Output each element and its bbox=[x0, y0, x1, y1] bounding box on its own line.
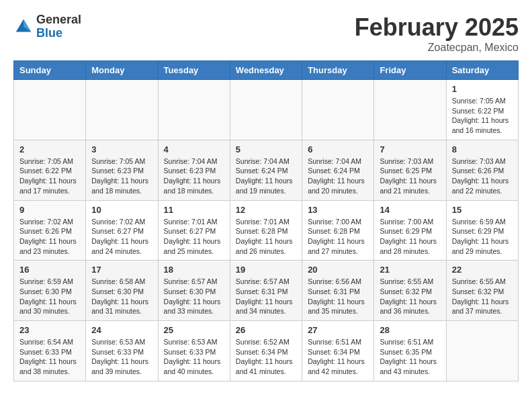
day-number: 1 bbox=[452, 84, 513, 94]
day-number: 24 bbox=[91, 325, 152, 335]
logo-text: General Blue bbox=[36, 13, 81, 40]
calendar-cell: 2Sunrise: 7:05 AM Sunset: 6:22 PM Daylig… bbox=[14, 140, 86, 200]
day-info: Sunrise: 6:54 AM Sunset: 6:33 PM Dayligh… bbox=[19, 337, 80, 377]
day-number: 15 bbox=[452, 205, 513, 215]
weekday-header-monday: Monday bbox=[86, 61, 158, 80]
logo-blue: Blue bbox=[36, 27, 81, 40]
calendar-week-row: 9Sunrise: 7:02 AM Sunset: 6:26 PM Daylig… bbox=[14, 200, 519, 261]
logo: General Blue bbox=[13, 13, 81, 40]
weekday-header-sunday: Sunday bbox=[14, 61, 86, 80]
calendar-week-row: 23Sunrise: 6:54 AM Sunset: 6:33 PM Dayli… bbox=[14, 321, 519, 381]
day-number: 21 bbox=[380, 265, 440, 275]
calendar-cell: 7Sunrise: 7:03 AM Sunset: 6:25 PM Daylig… bbox=[374, 140, 446, 200]
day-info: Sunrise: 6:51 AM Sunset: 6:35 PM Dayligh… bbox=[380, 337, 440, 377]
calendar-cell: 14Sunrise: 7:00 AM Sunset: 6:29 PM Dayli… bbox=[374, 200, 446, 261]
day-info: Sunrise: 7:03 AM Sunset: 6:26 PM Dayligh… bbox=[452, 156, 513, 196]
day-info: Sunrise: 6:55 AM Sunset: 6:32 PM Dayligh… bbox=[452, 277, 513, 316]
day-info: Sunrise: 6:57 AM Sunset: 6:31 PM Dayligh… bbox=[236, 277, 296, 316]
calendar-cell bbox=[230, 80, 302, 140]
day-info: Sunrise: 7:05 AM Sunset: 6:22 PM Dayligh… bbox=[19, 156, 80, 196]
day-info: Sunrise: 6:58 AM Sunset: 6:30 PM Dayligh… bbox=[91, 277, 152, 316]
day-info: Sunrise: 6:57 AM Sunset: 6:30 PM Dayligh… bbox=[164, 277, 224, 316]
weekday-header-wednesday: Wednesday bbox=[230, 61, 302, 80]
calendar-week-row: 1Sunrise: 7:05 AM Sunset: 6:22 PM Daylig… bbox=[14, 80, 519, 140]
day-info: Sunrise: 6:53 AM Sunset: 6:33 PM Dayligh… bbox=[91, 337, 152, 377]
calendar-cell: 8Sunrise: 7:03 AM Sunset: 6:26 PM Daylig… bbox=[446, 140, 518, 200]
day-info: Sunrise: 7:00 AM Sunset: 6:28 PM Dayligh… bbox=[308, 217, 368, 257]
calendar-cell: 18Sunrise: 6:57 AM Sunset: 6:30 PM Dayli… bbox=[158, 261, 230, 321]
logo-general: General bbox=[36, 13, 81, 27]
day-number: 13 bbox=[308, 205, 368, 215]
calendar-week-row: 16Sunrise: 6:59 AM Sunset: 6:30 PM Dayli… bbox=[14, 261, 519, 321]
day-number: 26 bbox=[236, 325, 296, 335]
day-info: Sunrise: 7:02 AM Sunset: 6:27 PM Dayligh… bbox=[91, 217, 152, 257]
calendar-cell: 26Sunrise: 6:52 AM Sunset: 6:34 PM Dayli… bbox=[230, 321, 302, 381]
day-number: 5 bbox=[236, 144, 296, 154]
title-section: February 2025 Zoatecpan, Mexico bbox=[355, 13, 519, 54]
calendar-cell: 21Sunrise: 6:55 AM Sunset: 6:32 PM Dayli… bbox=[374, 261, 446, 321]
calendar-cell bbox=[14, 80, 86, 140]
day-number: 6 bbox=[308, 144, 368, 154]
day-info: Sunrise: 7:05 AM Sunset: 6:22 PM Dayligh… bbox=[452, 96, 513, 136]
page-header: General Blue February 2025 Zoatecpan, Me… bbox=[13, 13, 519, 54]
calendar-cell: 1Sunrise: 7:05 AM Sunset: 6:22 PM Daylig… bbox=[446, 80, 518, 140]
day-number: 7 bbox=[380, 144, 440, 154]
calendar-cell: 22Sunrise: 6:55 AM Sunset: 6:32 PM Dayli… bbox=[446, 261, 518, 321]
day-number: 23 bbox=[19, 325, 80, 335]
calendar-table: SundayMondayTuesdayWednesdayThursdayFrid… bbox=[13, 60, 519, 381]
weekday-header-friday: Friday bbox=[374, 61, 446, 80]
day-info: Sunrise: 7:05 AM Sunset: 6:23 PM Dayligh… bbox=[91, 156, 152, 196]
calendar-cell bbox=[374, 80, 446, 140]
calendar-cell: 6Sunrise: 7:04 AM Sunset: 6:24 PM Daylig… bbox=[302, 140, 374, 200]
calendar-cell: 12Sunrise: 7:01 AM Sunset: 6:28 PM Dayli… bbox=[230, 200, 302, 261]
day-info: Sunrise: 6:51 AM Sunset: 6:34 PM Dayligh… bbox=[308, 337, 368, 377]
day-info: Sunrise: 7:01 AM Sunset: 6:27 PM Dayligh… bbox=[164, 217, 224, 257]
day-number: 25 bbox=[164, 325, 224, 335]
day-info: Sunrise: 7:04 AM Sunset: 6:24 PM Dayligh… bbox=[236, 156, 296, 196]
weekday-header-thursday: Thursday bbox=[302, 61, 374, 80]
day-info: Sunrise: 7:04 AM Sunset: 6:23 PM Dayligh… bbox=[164, 156, 224, 196]
day-info: Sunrise: 7:00 AM Sunset: 6:29 PM Dayligh… bbox=[380, 217, 440, 257]
day-number: 8 bbox=[452, 144, 513, 154]
day-number: 10 bbox=[91, 205, 152, 215]
calendar-cell: 13Sunrise: 7:00 AM Sunset: 6:28 PM Dayli… bbox=[302, 200, 374, 261]
day-number: 20 bbox=[308, 265, 368, 275]
location-subtitle: Zoatecpan, Mexico bbox=[355, 42, 519, 54]
calendar-cell: 15Sunrise: 6:59 AM Sunset: 6:29 PM Dayli… bbox=[446, 200, 518, 261]
calendar-cell: 3Sunrise: 7:05 AM Sunset: 6:23 PM Daylig… bbox=[86, 140, 158, 200]
day-number: 9 bbox=[19, 205, 80, 215]
day-number: 11 bbox=[164, 205, 224, 215]
day-info: Sunrise: 6:52 AM Sunset: 6:34 PM Dayligh… bbox=[236, 337, 296, 377]
calendar-cell: 4Sunrise: 7:04 AM Sunset: 6:23 PM Daylig… bbox=[158, 140, 230, 200]
calendar-cell: 5Sunrise: 7:04 AM Sunset: 6:24 PM Daylig… bbox=[230, 140, 302, 200]
calendar-cell: 9Sunrise: 7:02 AM Sunset: 6:26 PM Daylig… bbox=[14, 200, 86, 261]
day-info: Sunrise: 6:53 AM Sunset: 6:33 PM Dayligh… bbox=[164, 337, 224, 377]
day-number: 18 bbox=[164, 265, 224, 275]
day-info: Sunrise: 7:02 AM Sunset: 6:26 PM Dayligh… bbox=[19, 217, 80, 257]
calendar-cell: 28Sunrise: 6:51 AM Sunset: 6:35 PM Dayli… bbox=[374, 321, 446, 381]
calendar-cell bbox=[158, 80, 230, 140]
day-number: 12 bbox=[236, 205, 296, 215]
day-number: 19 bbox=[236, 265, 296, 275]
day-info: Sunrise: 7:01 AM Sunset: 6:28 PM Dayligh… bbox=[236, 217, 296, 257]
calendar-header-row: SundayMondayTuesdayWednesdayThursdayFrid… bbox=[14, 61, 519, 80]
logo-icon bbox=[13, 17, 34, 37]
day-number: 27 bbox=[308, 325, 368, 335]
day-number: 16 bbox=[19, 265, 80, 275]
day-info: Sunrise: 7:04 AM Sunset: 6:24 PM Dayligh… bbox=[308, 156, 368, 196]
calendar-cell: 16Sunrise: 6:59 AM Sunset: 6:30 PM Dayli… bbox=[14, 261, 86, 321]
calendar-cell: 10Sunrise: 7:02 AM Sunset: 6:27 PM Dayli… bbox=[86, 200, 158, 261]
calendar-cell: 23Sunrise: 6:54 AM Sunset: 6:33 PM Dayli… bbox=[14, 321, 86, 381]
day-info: Sunrise: 6:59 AM Sunset: 6:29 PM Dayligh… bbox=[452, 217, 513, 257]
day-number: 28 bbox=[380, 325, 440, 335]
weekday-header-saturday: Saturday bbox=[446, 61, 518, 80]
day-info: Sunrise: 6:55 AM Sunset: 6:32 PM Dayligh… bbox=[380, 277, 440, 316]
calendar-cell: 11Sunrise: 7:01 AM Sunset: 6:27 PM Dayli… bbox=[158, 200, 230, 261]
day-info: Sunrise: 6:59 AM Sunset: 6:30 PM Dayligh… bbox=[19, 277, 80, 316]
weekday-header-tuesday: Tuesday bbox=[158, 61, 230, 80]
day-info: Sunrise: 7:03 AM Sunset: 6:25 PM Dayligh… bbox=[380, 156, 440, 196]
calendar-cell: 24Sunrise: 6:53 AM Sunset: 6:33 PM Dayli… bbox=[86, 321, 158, 381]
calendar-cell: 19Sunrise: 6:57 AM Sunset: 6:31 PM Dayli… bbox=[230, 261, 302, 321]
day-number: 4 bbox=[164, 144, 224, 154]
calendar-cell: 25Sunrise: 6:53 AM Sunset: 6:33 PM Dayli… bbox=[158, 321, 230, 381]
